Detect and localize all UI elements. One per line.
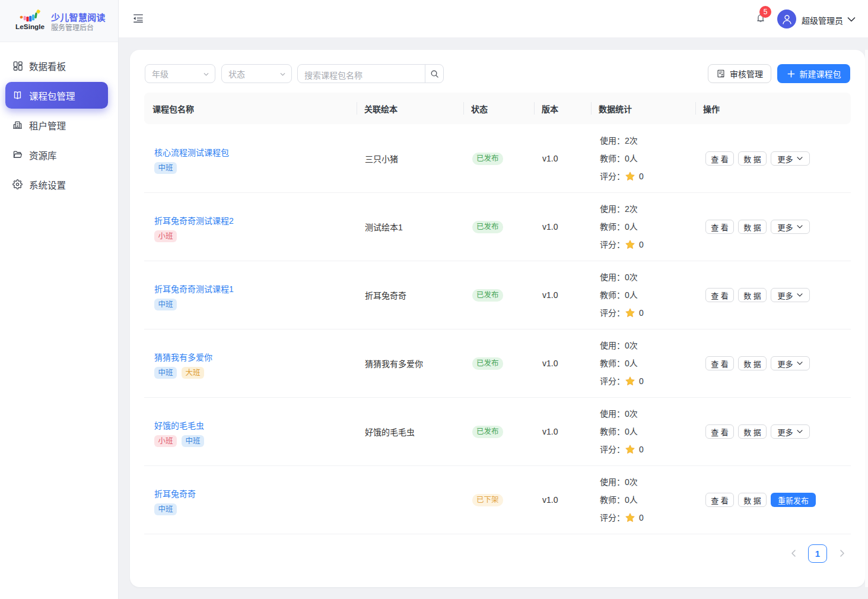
svg-text:LeSingle: LeSingle <box>15 23 45 31</box>
